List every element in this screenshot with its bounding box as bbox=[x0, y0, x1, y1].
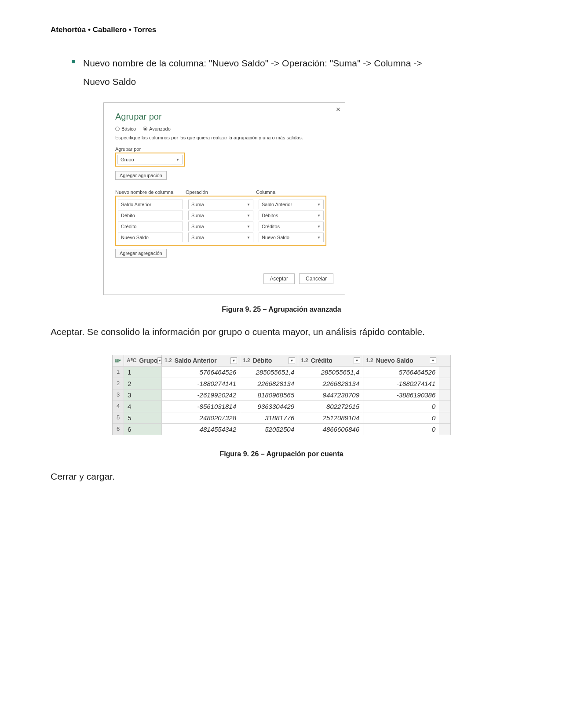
accept-button[interactable]: Aceptar bbox=[263, 273, 295, 284]
column-select[interactable]: Débitos▼ bbox=[259, 211, 324, 220]
type-number-icon: 1.2 bbox=[243, 357, 250, 364]
column-value: Créditos bbox=[262, 224, 280, 229]
table-row[interactable]: 22-188027414122668281342266828134-188027… bbox=[113, 378, 450, 389]
table-row[interactable]: 115766464526285055651,4285055651,4576646… bbox=[113, 366, 450, 378]
column-header-credito[interactable]: 1.2Crédito ▼ bbox=[298, 355, 363, 366]
bullet-continuation: Nuevo Saldo bbox=[83, 74, 512, 90]
cell-grupo: 1 bbox=[124, 367, 162, 378]
column-select[interactable]: Nuevo Saldo▼ bbox=[259, 233, 324, 242]
cell-saldo: -8561031814 bbox=[162, 401, 240, 412]
column-select[interactable]: Créditos▼ bbox=[259, 222, 324, 231]
group-by-label: Agrupar por bbox=[115, 146, 333, 152]
table-row[interactable]: 44-856103181493633044298022726150 bbox=[113, 400, 450, 412]
operation-select[interactable]: Suma▼ bbox=[188, 200, 253, 209]
type-number-icon: 1.2 bbox=[165, 357, 172, 364]
chevron-down-icon: ▼ bbox=[247, 236, 250, 240]
newname-input[interactable]: Nuevo Saldo bbox=[118, 233, 183, 242]
newname-input[interactable]: Crédito bbox=[118, 222, 183, 231]
row-number: 3 bbox=[113, 389, 124, 400]
bullet-icon bbox=[72, 60, 75, 63]
column-label: Saldo Anterior bbox=[175, 357, 217, 364]
radio-unselected-icon bbox=[115, 127, 120, 131]
column-value: Saldo Anterior bbox=[262, 202, 292, 207]
table-row[interactable]: 33-261992024281809685659447238709-388619… bbox=[113, 389, 450, 400]
cell-nuevo: 5766464526 bbox=[363, 367, 439, 378]
group-by-select[interactable]: Grupo ▼ bbox=[117, 155, 183, 164]
filter-dropdown-icon[interactable]: ▼ bbox=[157, 357, 162, 364]
bullet-text: Nuevo nombre de la columna: "Nuevo Saldo… bbox=[83, 55, 422, 71]
radio-selected-icon bbox=[143, 127, 147, 131]
table-row[interactable]: 6648145543425205250448666068460 bbox=[113, 423, 450, 435]
radio-basic[interactable]: Básico bbox=[115, 126, 136, 131]
chevron-down-icon: ▼ bbox=[247, 203, 250, 207]
cell-credito: 2512089104 bbox=[298, 412, 363, 423]
cell-nuevo: -3886190386 bbox=[363, 389, 439, 400]
type-number-icon: 1.2 bbox=[366, 357, 373, 364]
cell-saldo: -1880274141 bbox=[162, 378, 240, 389]
radio-advanced[interactable]: Avanzado bbox=[143, 126, 171, 131]
newname-input[interactable]: Saldo Anterior bbox=[118, 200, 183, 209]
column-header-debito[interactable]: 1.2Débito ▼ bbox=[240, 355, 298, 366]
cancel-button[interactable]: Cancelar bbox=[299, 273, 333, 284]
dialog-title: Agrupar por bbox=[115, 112, 333, 122]
chevron-down-icon: ▼ bbox=[317, 236, 321, 240]
groupby-dialog: × Agrupar por Básico Avanzado Especifiqu… bbox=[103, 102, 345, 295]
cell-debito: 52052504 bbox=[240, 424, 298, 435]
column-label: Crédito bbox=[311, 357, 333, 364]
cell-grupo: 4 bbox=[124, 401, 162, 412]
dialog-description: Especifique las columnas por las que qui… bbox=[115, 135, 333, 140]
header-newname: Nuevo nombre de columna bbox=[115, 189, 180, 195]
column-value: Débitos bbox=[262, 213, 278, 218]
operation-value: Suma bbox=[191, 224, 204, 229]
operation-select[interactable]: Suma▼ bbox=[188, 211, 253, 220]
add-grouping-button[interactable]: Agregar agrupación bbox=[115, 171, 167, 180]
group-by-value: Grupo bbox=[121, 157, 134, 162]
column-header-nuevo[interactable]: 1.2Nuevo Saldo ▼ bbox=[363, 355, 439, 366]
operation-value: Suma bbox=[191, 202, 204, 207]
result-table: ▦▾ AᴮCGrupo ▼ 1.2Saldo Anterior ▼ 1.2Déb… bbox=[112, 355, 451, 435]
cell-debito: 8180968565 bbox=[240, 389, 298, 400]
aggregation-row: Crédito Suma▼ Créditos▼ bbox=[118, 222, 324, 231]
page-authors: Atehortúa • Caballero • Torres bbox=[51, 25, 512, 34]
operation-select[interactable]: Suma▼ bbox=[188, 233, 253, 242]
cell-credito: 4866606846 bbox=[298, 424, 363, 435]
operation-value: Suma bbox=[191, 213, 204, 218]
newname-input[interactable]: Débito bbox=[118, 211, 183, 220]
cell-saldo: 4814554342 bbox=[162, 424, 240, 435]
cell-debito: 31881776 bbox=[240, 412, 298, 423]
operation-value: Suma bbox=[191, 235, 204, 240]
column-select[interactable]: Saldo Anterior▼ bbox=[259, 200, 324, 209]
paragraph-1: Aceptar. Se consolido la información por… bbox=[51, 327, 512, 337]
column-label: Nuevo Saldo bbox=[376, 357, 413, 364]
close-icon[interactable]: × bbox=[336, 106, 340, 113]
type-number-icon: 1.2 bbox=[301, 357, 308, 364]
filter-dropdown-icon[interactable]: ▼ bbox=[430, 357, 436, 364]
header-operation: Operación bbox=[186, 189, 251, 195]
cell-debito: 9363304429 bbox=[240, 401, 298, 412]
chevron-down-icon: ▼ bbox=[317, 203, 321, 207]
cell-credito: 802272615 bbox=[298, 401, 363, 412]
filter-dropdown-icon[interactable]: ▼ bbox=[289, 357, 295, 364]
figure-caption-1: Figura 9. 25 – Agrupación avanzada bbox=[51, 306, 512, 313]
filter-dropdown-icon[interactable]: ▼ bbox=[354, 357, 360, 364]
closing-text: Cerrar y cargar. bbox=[51, 471, 512, 482]
row-number: 2 bbox=[113, 378, 124, 389]
column-header-grupo[interactable]: AᴮCGrupo ▼ bbox=[124, 355, 162, 366]
table-row[interactable]: 5524802073283188177625120891040 bbox=[113, 412, 450, 423]
cell-grupo: 2 bbox=[124, 378, 162, 389]
aggregation-row: Débito Suma▼ Débitos▼ bbox=[118, 211, 324, 220]
filter-dropdown-icon[interactable]: ▼ bbox=[230, 357, 237, 364]
chevron-down-icon: ▼ bbox=[247, 225, 250, 229]
cell-nuevo: 0 bbox=[363, 424, 439, 435]
chevron-down-icon: ▼ bbox=[247, 214, 250, 218]
column-header-saldo[interactable]: 1.2Saldo Anterior ▼ bbox=[162, 355, 240, 366]
add-aggregation-button[interactable]: Agregar agregación bbox=[115, 249, 167, 258]
table-corner-icon[interactable]: ▦▾ bbox=[113, 355, 124, 366]
group-by-highlight: Grupo ▼ bbox=[115, 153, 185, 167]
row-number: 5 bbox=[113, 412, 124, 423]
operation-select[interactable]: Suma▼ bbox=[188, 222, 253, 231]
cell-nuevo: -1880274141 bbox=[363, 378, 439, 389]
chevron-down-icon: ▼ bbox=[176, 158, 179, 162]
column-label: Grupo bbox=[139, 357, 157, 364]
table-header-row: ▦▾ AᴮCGrupo ▼ 1.2Saldo Anterior ▼ 1.2Déb… bbox=[113, 355, 450, 366]
